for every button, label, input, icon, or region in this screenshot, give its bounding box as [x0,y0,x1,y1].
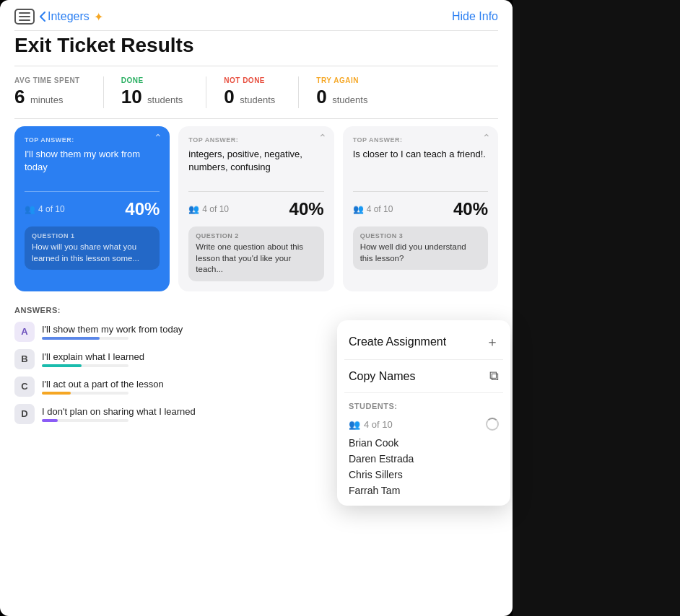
caret-up-icon-3: ⌃ [482,132,491,144]
tooltip-arrow [86,291,99,291]
card-2-students: 👥 4 of 10 [188,204,229,214]
student-name-4: Farrah Tam [337,483,510,498]
stat-avg-time-value: 6 [14,86,25,107]
answer-card-2[interactable]: ⌃ TOP ANSWER: integers, positive, negati… [178,126,334,291]
card-3-top-label: TOP ANSWER: [353,136,488,144]
right-dark-panel [513,0,680,616]
card-2-question-section: QUESTION 2 Write one question about this… [188,226,323,281]
sidebar-toggle-button[interactable] [14,9,35,25]
students-count-label: 👥 4 of 10 [349,419,393,430]
answer-card-3[interactable]: ⌃ TOP ANSWER: Is closer to I can teach a… [343,126,498,291]
copy-icon: ⧉ [489,369,499,384]
plus-icon: ＋ [486,333,499,351]
card-3-stats-row: 👥 4 of 10 40% [353,199,488,219]
stat-not-done: NOT DONE 0 students [206,76,295,108]
card-3-students: 👥 4 of 10 [353,204,393,214]
card-2-top-label: TOP ANSWER: [188,136,323,144]
card-1-q-label: QUESTION 1 [32,232,152,239]
answer-bar-c [42,392,71,395]
card-3-q-label: QUESTION 3 [360,232,481,239]
create-assignment-item[interactable]: Create Assignment ＋ [337,325,510,359]
card-3-q-text: How well did you understand this lesson? [360,242,481,264]
stat-not-done-value: 0 [224,86,234,107]
answer-letter-a: A [14,322,35,342]
page-title: Exit Ticket Results [0,31,513,66]
stat-avg-time: AVG TIME SPENT 6 minutes [14,76,100,108]
card-1-stats-row: 👥 4 of 10 40% [25,199,160,219]
top-bar: Integers ✦ Hide Info [0,0,513,30]
caret-up-icon-2: ⌃ [318,132,327,144]
create-assignment-label: Create Assignment [349,335,446,348]
card-3-question-section: QUESTION 3 How well did you understand t… [353,226,488,270]
answer-bar-track-b [42,364,128,367]
answer-bar-track-a [42,337,128,340]
students-icon-2: 👥 [188,204,199,214]
card-1-question-section: QUESTION 1 How will you share what you l… [25,226,160,270]
students-count-person-icon: 👥 [349,419,360,430]
stat-try-again: TRY AGAIN 0 students [298,76,388,108]
card-1-students: 👥 4 of 10 [25,204,65,214]
student-name-3: Chris Sillers [337,467,510,483]
answer-bar-track-c [42,392,128,395]
card-2-q-label: QUESTION 2 [196,232,316,239]
answer-bar-a [42,337,100,340]
stat-done-unit: students [147,94,183,105]
hide-info-button[interactable]: Hide Info [452,10,498,23]
svg-rect-2 [19,19,30,21]
card-3-answer-text: Is closer to I can teach a friend!. [353,148,488,184]
stat-not-done-unit: students [240,94,275,105]
loading-indicator [486,418,499,431]
back-label: Integers [48,10,90,23]
back-button[interactable]: Integers [39,10,90,23]
main-panel: Integers ✦ Hide Info Exit Ticket Results… [0,0,513,616]
answers-label: ANSWERS: [14,306,498,314]
card-2-divider [188,191,323,192]
card-1-percent: 40% [125,199,160,219]
answer-bar-b [42,364,82,367]
students-icon-1: 👥 [25,204,35,214]
copy-names-label: Copy Names [349,370,415,383]
stat-done-label: DONE [121,76,183,84]
answer-letter-b: B [14,349,35,369]
sparkle-icon: ✦ [94,10,103,24]
card-2-stats-row: 👥 4 of 10 40% [188,199,323,219]
dropdown-popup: Create Assignment ＋ Copy Names ⧉ STUDENT… [337,320,510,506]
card-3-percent: 40% [453,199,488,219]
svg-rect-0 [19,12,30,14]
caret-up-icon-1: ⌃ [154,132,162,144]
answer-bar-d [42,419,58,422]
students-section-label: STUDENTS: [337,399,510,415]
card-3-divider [353,191,488,192]
card-1-q-text: How will you share what you learned in t… [32,242,152,264]
stat-avg-time-unit: minutes [30,94,64,105]
answer-letter-d: D [14,404,35,424]
stat-try-again-value: 0 [316,86,326,107]
stat-try-again-unit: students [332,94,367,105]
stat-done-value: 10 [121,86,142,107]
students-section: STUDENTS: 👥 4 of 10 Brian Cook Daren Est… [337,393,510,501]
card-2-q-text: Write one question about this lesson tha… [196,242,316,276]
cards-row: ⌃ TOP ANSWER: I'll show them my work fro… [0,119,513,297]
svg-rect-1 [19,16,30,17]
card-2-percent: 40% [289,199,324,219]
stat-avg-time-label: AVG TIME SPENT [14,76,80,84]
answer-bar-track-d [42,419,128,422]
stat-try-again-label: TRY AGAIN [316,76,367,84]
card-1-answer-text: I'll show them my work from today [25,148,160,184]
stats-row: AVG TIME SPENT 6 minutes DONE 10 student… [0,66,513,118]
top-bar-left: Integers ✦ [14,9,103,25]
stat-done: DONE 10 students [103,76,204,108]
answer-letter-c: C [14,377,35,397]
stat-not-done-label: NOT DONE [224,76,275,84]
student-name-1: Brian Cook [337,435,510,451]
students-icon-3: 👥 [353,204,364,214]
copy-names-item[interactable]: Copy Names ⧉ [337,360,510,392]
card-2-answer-text: integers, positive, negative, numbers, c… [188,148,323,184]
students-count-value: 4 of 10 [364,419,393,430]
card-1-top-label: TOP ANSWER: [25,136,160,144]
students-count-row: 👥 4 of 10 [337,415,510,435]
card-1-divider [25,191,160,192]
answer-card-1[interactable]: ⌃ TOP ANSWER: I'll show them my work fro… [14,126,170,291]
student-name-2: Daren Estrada [337,451,510,467]
